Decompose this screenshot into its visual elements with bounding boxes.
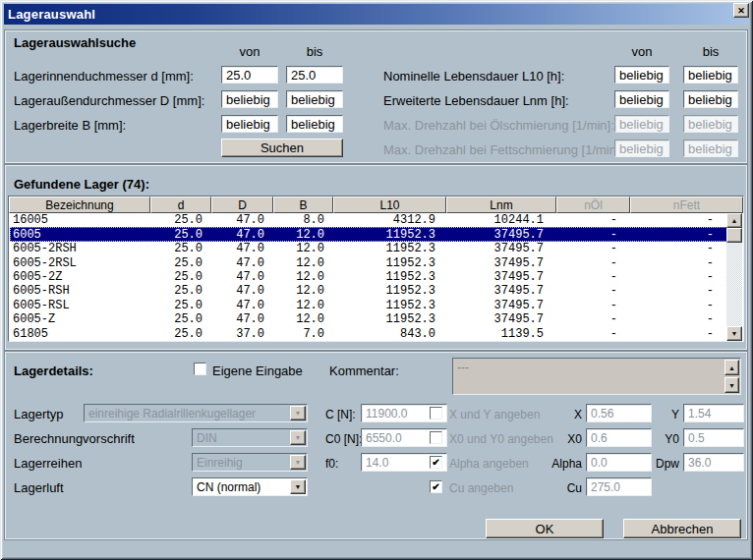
lagerreihen-value: Einreihig xyxy=(197,456,243,470)
result-cell: 11952.3 xyxy=(334,270,447,284)
result-cell: 37.0 xyxy=(212,327,274,341)
kommentar-scroll-down-icon[interactable]: ▼ xyxy=(724,377,739,393)
alpha-angeben-label: Alpha angeben xyxy=(449,457,529,471)
outer-diameter-von-input[interactable]: beliebig xyxy=(221,90,278,108)
result-cell: 25.0 xyxy=(151,327,212,341)
result-cell: 25.0 xyxy=(151,213,212,227)
search-heading: Lagerauswahlsuche xyxy=(14,35,136,50)
result-cell: - xyxy=(631,242,727,255)
result-cell: 37495.7 xyxy=(447,299,557,312)
kommentar-text: --- xyxy=(457,361,469,374)
table-vertical-scrollbar[interactable]: ▲ ▼ xyxy=(726,213,742,341)
cancel-button[interactable]: Abbrechen xyxy=(623,519,741,538)
result-row[interactable]: 6005-2RSL25.047.012.011952.337495.7-- xyxy=(10,255,727,269)
outer-diameter-bis-input[interactable]: beliebig xyxy=(286,90,343,108)
result-cell: 6005-RSH xyxy=(10,284,151,298)
xy-label: X und Y angeben xyxy=(449,408,540,421)
bis-column-label-left: bis xyxy=(286,44,343,59)
chevron-down-icon: ▼ xyxy=(290,479,306,494)
result-cell: 16005 xyxy=(10,213,151,227)
result-cell: - xyxy=(631,312,727,326)
von-column-label-right: von xyxy=(614,44,669,59)
xy-checkbox[interactable] xyxy=(430,407,442,420)
inner-diameter-bis-input[interactable]: 25.0 xyxy=(286,66,343,84)
title-bar[interactable]: Lagerauswahl xyxy=(4,4,749,25)
x0y0-checkbox[interactable] xyxy=(430,431,442,444)
width-bis-input[interactable]: beliebig xyxy=(286,115,343,133)
lagerluft-dropdown[interactable]: CN (normal) ▼ xyxy=(192,477,308,496)
result-cell: - xyxy=(557,228,631,242)
result-row[interactable]: 6005-RSL25.047.012.011952.337495.7-- xyxy=(10,299,727,312)
ok-button[interactable]: OK xyxy=(486,519,604,538)
result-cell: 6005-2RSL xyxy=(10,256,151,270)
result-cell: 6005-2Z xyxy=(10,270,151,284)
results-table: Bezeichnung d D B L10 Lnm nÖl nFett 1600… xyxy=(8,196,744,342)
result-row[interactable]: 6180525.037.07.0843.01139.5-- xyxy=(10,327,727,341)
result-row[interactable]: 6005-2RSH25.047.012.011952.337495.7-- xyxy=(10,242,727,255)
grease-speed-von-input: beliebig xyxy=(614,140,669,157)
result-cell: 47.0 xyxy=(212,228,274,242)
kommentar-label: Kommentar: xyxy=(329,364,399,378)
l10-bis-input[interactable]: beliebig xyxy=(683,66,738,84)
width-von-input[interactable]: beliebig xyxy=(221,115,278,133)
result-cell: 11952.3 xyxy=(334,312,447,326)
inner-diameter-von-input[interactable]: 25.0 xyxy=(221,66,278,84)
eigene-eingabe-label: Eigene Eingabe xyxy=(212,364,303,378)
result-cell: - xyxy=(557,284,631,298)
result-cell: 11952.3 xyxy=(334,242,447,255)
result-cell: - xyxy=(631,270,727,284)
column-header-nFett[interactable]: nFett xyxy=(630,196,743,213)
result-cell: 47.0 xyxy=(212,312,274,326)
outer-diameter-label: Lageraußendurchmesser D [mm]: xyxy=(14,93,204,108)
lnm-von-input[interactable]: beliebig xyxy=(614,90,669,108)
result-row[interactable]: 6005-Z25.047.012.011952.337495.7-- xyxy=(10,312,727,326)
lnm-life-label: Erweiterte Lebensdauer Lnm [h]: xyxy=(383,93,569,108)
result-cell: 10244.1 xyxy=(447,213,557,227)
alpha-label: Alpha xyxy=(531,457,582,471)
cu-checkbox[interactable]: ✔ xyxy=(430,480,442,493)
scroll-down-icon[interactable]: ▼ xyxy=(726,326,742,341)
x-label: X xyxy=(531,408,582,421)
result-cell: 25.0 xyxy=(151,312,212,326)
kommentar-textarea: --- ▲ ▼ xyxy=(452,358,741,395)
scrollbar-thumb[interactable] xyxy=(726,228,742,243)
lagertyp-value: einreihige Radialrillenkugellager xyxy=(88,407,256,420)
result-cell: 61805 xyxy=(10,327,151,341)
column-header-L10[interactable]: L10 xyxy=(333,196,446,213)
column-header-D[interactable]: D xyxy=(211,196,273,213)
von-column-label-left: von xyxy=(221,44,278,59)
result-cell: 25.0 xyxy=(151,299,212,312)
column-header-Lnm[interactable]: Lnm xyxy=(446,196,556,213)
lagertyp-label: Lagertyp xyxy=(14,407,64,421)
result-cell: 25.0 xyxy=(151,242,212,255)
y-input: 1.54 xyxy=(683,404,744,422)
column-header-bezeichnung[interactable]: Bezeichnung xyxy=(9,196,150,213)
scroll-up-icon[interactable]: ▲ xyxy=(726,213,742,228)
close-icon[interactable]: ✕ xyxy=(733,3,749,18)
result-row[interactable]: 6005-2Z25.047.012.011952.337495.7-- xyxy=(10,270,727,284)
result-cell: 47.0 xyxy=(212,256,274,270)
lnm-bis-input[interactable]: beliebig xyxy=(683,90,738,108)
eigene-eingabe-checkbox[interactable] xyxy=(194,363,206,375)
column-header-B[interactable]: B xyxy=(273,196,333,213)
result-cell: 6005-RSL xyxy=(10,299,151,312)
search-button[interactable]: Suchen xyxy=(221,139,343,157)
result-cell: 47.0 xyxy=(212,299,274,312)
kommentar-scroll-up-icon[interactable]: ▲ xyxy=(724,360,739,375)
column-header-nOel[interactable]: nÖl xyxy=(556,196,630,213)
x0-label: X0 xyxy=(531,432,582,446)
result-row[interactable]: 1600525.047.08.04312.910244.1-- xyxy=(10,213,727,227)
l10-von-input[interactable]: beliebig xyxy=(614,66,669,84)
result-row-selected[interactable]: 600525.047.012.011952.337495.7-- xyxy=(10,227,727,241)
result-cell: 25.0 xyxy=(151,256,212,270)
lagerluft-value: CN (normal) xyxy=(197,480,261,494)
result-cell: 12.0 xyxy=(274,270,334,284)
y-label: Y xyxy=(624,408,679,421)
chevron-down-icon: ▼ xyxy=(290,430,306,445)
result-row[interactable]: 6005-RSH25.047.012.011952.337495.7-- xyxy=(10,284,727,298)
grease-speed-bis-input: beliebig xyxy=(683,140,738,157)
column-header-d[interactable]: d xyxy=(150,196,211,213)
lagerreihen-dropdown: Einreihig ▼ xyxy=(192,453,308,472)
result-cell: - xyxy=(557,270,631,284)
alpha-checkbox[interactable]: ✔ xyxy=(430,456,442,469)
